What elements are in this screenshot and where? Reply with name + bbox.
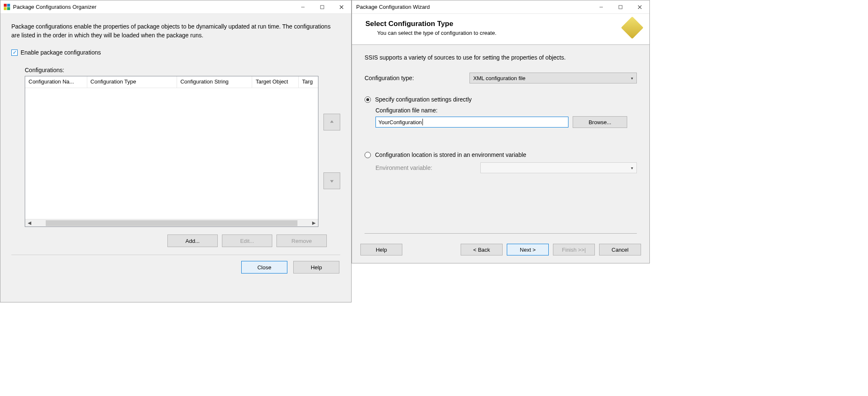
reorder-buttons (323, 76, 340, 227)
organizer-titlebar[interactable]: Package Configurations Organizer (0, 0, 351, 14)
move-up-button[interactable] (323, 114, 340, 130)
maximize-button[interactable] (313, 0, 332, 13)
config-type-dropdown[interactable]: XML configuration file ▾ (469, 73, 637, 83)
env-var-dropdown: ▾ (480, 162, 637, 173)
config-type-value: XML configuration file (473, 75, 526, 81)
scroll-right-icon[interactable]: ▶ (310, 220, 317, 226)
close-button[interactable] (332, 0, 351, 13)
col-target-object[interactable]: Target Object (252, 76, 299, 88)
wizard-buttons: Help < Back Next > Finish >>| Cancel (352, 244, 649, 263)
window-controls (293, 0, 351, 13)
chevron-down-icon: ▾ (631, 76, 633, 81)
organizer-window: Package Configurations Organizer Package… (0, 0, 352, 302)
config-type-row: Configuration type: XML configuration fi… (365, 73, 637, 83)
next-button[interactable]: Next > (507, 244, 549, 255)
enable-configs-checkbox[interactable] (11, 50, 18, 56)
col-target[interactable]: Targ (299, 76, 318, 88)
file-name-value: YourConfiguration (378, 119, 422, 125)
enable-configs-row[interactable]: Enable package configurations (11, 49, 340, 56)
radio-env[interactable] (365, 152, 371, 158)
enable-configs-label: Enable package configurations (21, 49, 101, 56)
file-name-input[interactable]: YourConfiguration (375, 117, 568, 128)
env-var-row: Environment variable: ▾ (375, 162, 637, 173)
background (650, 0, 868, 396)
file-name-label: Configuration file name: (375, 107, 480, 114)
wizard-icon (624, 20, 640, 36)
wizard-help-button[interactable]: Help (360, 244, 402, 255)
organizer-body: Package configurations enable the proper… (0, 14, 351, 302)
text-caret (422, 119, 423, 125)
radio-env-label: Configuration location is stored in an e… (375, 151, 526, 158)
wizard-header-subtitle: You can select the type of configuration… (365, 30, 496, 36)
radio-env-row[interactable]: Configuration location is stored in an e… (365, 151, 637, 158)
minimize-button[interactable] (592, 0, 611, 13)
direct-settings-group: Configuration file name: YourConfigurati… (375, 107, 637, 128)
svg-rect-5 (619, 5, 622, 9)
col-config-name[interactable]: Configuration Na... (25, 76, 87, 88)
configurations-label: Configurations: (25, 67, 340, 73)
remove-button[interactable]: Remove (276, 234, 327, 247)
finish-button[interactable]: Finish >>| (553, 244, 595, 255)
config-action-buttons: Add... Edit... Remove (11, 234, 327, 247)
wizard-body: Select Configuration Type You can select… (352, 14, 649, 263)
back-button[interactable]: < Back (461, 244, 503, 255)
organizer-intro: Package configurations enable the proper… (11, 22, 340, 40)
wizard-separator (365, 233, 637, 234)
config-type-label: Configuration type: (365, 75, 469, 81)
radio-direct[interactable] (365, 96, 371, 103)
dialog-buttons: Close Help (11, 261, 340, 274)
horizontal-scrollbar[interactable]: ◀ ▶ (25, 219, 318, 227)
table-header: Configuration Na... Configuration Type C… (25, 76, 318, 88)
col-config-type[interactable]: Configuration Type (87, 76, 177, 88)
minimize-button[interactable] (293, 0, 313, 13)
wizard-titlebar[interactable]: Package Configuration Wizard (352, 0, 649, 14)
wizard-header-title: Select Configuration Type (365, 20, 496, 28)
app-icon (4, 4, 10, 10)
scroll-left-icon[interactable]: ◀ (26, 220, 33, 226)
add-button[interactable]: Add... (167, 234, 218, 247)
maximize-button[interactable] (611, 0, 630, 13)
wizard-window: Package Configuration Wizard Select Conf… (352, 0, 650, 263)
wizard-title: Package Configuration Wizard (355, 4, 592, 10)
close-button-dialog[interactable]: Close (241, 261, 287, 274)
organizer-title: Package Configurations Organizer (10, 4, 293, 10)
close-button[interactable] (630, 0, 649, 13)
window-controls (592, 0, 649, 13)
help-button[interactable]: Help (293, 261, 339, 274)
move-down-button[interactable] (323, 172, 340, 189)
wizard-header: Select Configuration Type You can select… (352, 14, 649, 45)
browse-button[interactable]: Browse... (573, 116, 627, 128)
env-var-label: Environment variable: (375, 164, 480, 171)
configurations-table[interactable]: Configuration Na... Configuration Type C… (25, 76, 318, 227)
wizard-intro: SSIS supports a variety of sources to us… (365, 54, 637, 61)
separator (11, 255, 340, 255)
table-body (25, 88, 318, 219)
scroll-track[interactable] (46, 220, 297, 226)
edit-button[interactable]: Edit... (222, 234, 272, 247)
radio-direct-label: Specify configuration settings directly (375, 96, 472, 103)
cancel-button[interactable]: Cancel (599, 244, 641, 255)
radio-direct-row[interactable]: Specify configuration settings directly (365, 96, 637, 103)
chevron-down-icon: ▾ (631, 166, 633, 170)
svg-rect-1 (321, 5, 324, 9)
col-config-string[interactable]: Configuration String (177, 76, 252, 88)
